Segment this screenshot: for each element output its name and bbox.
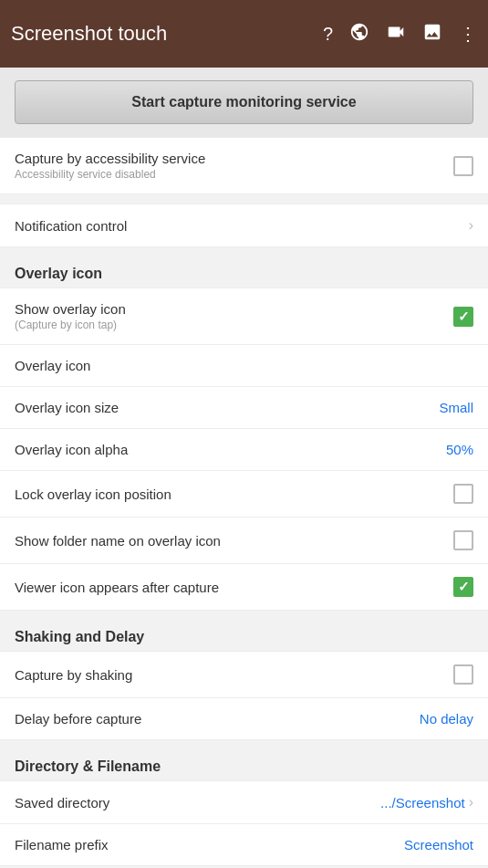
image-icon[interactable] <box>422 22 442 47</box>
show-overlay-label-group: Show overlay icon (Capture by icon tap) <box>15 301 126 331</box>
delay-before-capture-label: Delay before capture <box>15 711 141 727</box>
header: Screenshot touch ? ⋮ <box>0 0 488 68</box>
app-title: Screenshot touch <box>11 22 323 46</box>
accessibility-label: Capture by accessibility service <box>15 151 205 166</box>
show-overlay-icon-row[interactable]: Show overlay icon (Capture by icon tap) <box>0 288 488 345</box>
accessibility-sublabel: Accessibility service disabled <box>15 168 205 181</box>
gap1 <box>0 194 488 204</box>
notification-group: Notification control › <box>0 204 488 247</box>
gap4 <box>0 740 488 749</box>
notification-chevron-icon: › <box>469 217 473 234</box>
start-button-wrapper: Start capture monitoring service <box>0 68 488 137</box>
viewer-icon-label: Viewer icon appears after capture <box>15 580 219 595</box>
filename-prefix-row[interactable]: Filename prefix Screenshot <box>0 824 488 865</box>
directory-filename-group: Saved directory .../Screenshot › Filenam… <box>0 780 488 866</box>
viewer-icon-checkbox[interactable] <box>453 577 473 597</box>
video-icon[interactable] <box>386 22 406 47</box>
capture-by-shaking-label: Capture by shaking <box>15 667 132 683</box>
show-folder-name-checkbox[interactable] <box>453 530 473 550</box>
directory-filename-title: Directory & Filename <box>15 758 161 774</box>
saved-directory-value: .../Screenshot <box>380 795 465 810</box>
accessibility-group: Capture by accessibility service Accessi… <box>0 137 488 194</box>
capture-by-shaking-row[interactable]: Capture by shaking <box>0 652 488 698</box>
overlay-icon-row[interactable]: Overlay icon <box>0 345 488 387</box>
accessibility-row[interactable]: Capture by accessibility service Accessi… <box>0 138 488 193</box>
saved-directory-value-group: .../Screenshot › <box>380 794 473 810</box>
overlay-icon-group: Show overlay icon (Capture by icon tap) … <box>0 288 488 611</box>
saved-directory-row[interactable]: Saved directory .../Screenshot › <box>0 781 488 824</box>
overlay-icon-label: Overlay icon <box>15 358 90 373</box>
help-icon[interactable]: ? <box>323 24 333 45</box>
filename-prefix-value: Screenshot <box>404 837 473 852</box>
notification-control-row[interactable]: Notification control › <box>0 204 488 246</box>
filename-prefix-label: Filename prefix <box>15 837 109 852</box>
show-folder-name-row[interactable]: Show folder name on overlay icon <box>0 518 488 564</box>
accessibility-checkbox[interactable] <box>453 156 473 176</box>
lock-overlay-icon-label: Lock overlay icon position <box>15 486 171 502</box>
lock-overlay-icon-row[interactable]: Lock overlay icon position <box>0 471 488 518</box>
overlay-icon-title: Overlay icon <box>15 266 102 281</box>
capture-by-shaking-checkbox[interactable] <box>453 664 473 685</box>
delay-before-capture-row[interactable]: Delay before capture No delay <box>0 698 488 739</box>
show-folder-name-label: Show folder name on overlay icon <box>15 533 221 549</box>
lock-overlay-icon-checkbox[interactable] <box>453 484 473 504</box>
viewer-icon-row[interactable]: Viewer icon appears after capture <box>0 564 488 610</box>
globe-icon[interactable] <box>349 22 369 47</box>
saved-directory-label: Saved directory <box>15 795 109 810</box>
overlay-icon-alpha-value: 50% <box>446 442 473 457</box>
delay-before-capture-value: No delay <box>420 711 473 727</box>
gap2 <box>0 247 488 256</box>
shaking-delay-group: Capture by shaking Delay before capture … <box>0 651 488 740</box>
more-icon[interactable]: ⋮ <box>459 23 477 45</box>
accessibility-label-group: Capture by accessibility service Accessi… <box>15 151 205 181</box>
show-overlay-icon-sublabel: (Capture by icon tap) <box>15 319 126 331</box>
content: Start capture monitoring service Capture… <box>0 68 488 868</box>
overlay-icon-size-value: Small <box>439 400 473 415</box>
header-icons: ? ⋮ <box>323 22 477 47</box>
overlay-icon-size-row[interactable]: Overlay icon size Small <box>0 387 488 429</box>
saved-directory-chevron-icon: › <box>469 794 473 810</box>
overlay-icon-alpha-label: Overlay icon alpha <box>15 442 128 457</box>
overlay-icon-alpha-row[interactable]: Overlay icon alpha 50% <box>0 429 488 471</box>
start-capture-button[interactable]: Start capture monitoring service <box>15 80 473 124</box>
directory-filename-section-header: Directory & Filename <box>0 749 488 780</box>
gap3 <box>0 611 488 620</box>
show-overlay-icon-label: Show overlay icon <box>15 301 126 317</box>
overlay-icon-section-header: Overlay icon <box>0 256 488 288</box>
notification-control-label: Notification control <box>15 218 127 234</box>
shaking-delay-title: Shaking and Delay <box>15 629 144 644</box>
show-overlay-icon-checkbox[interactable] <box>453 307 473 327</box>
shaking-delay-section-header: Shaking and Delay <box>0 620 488 651</box>
overlay-icon-size-label: Overlay icon size <box>15 400 119 415</box>
